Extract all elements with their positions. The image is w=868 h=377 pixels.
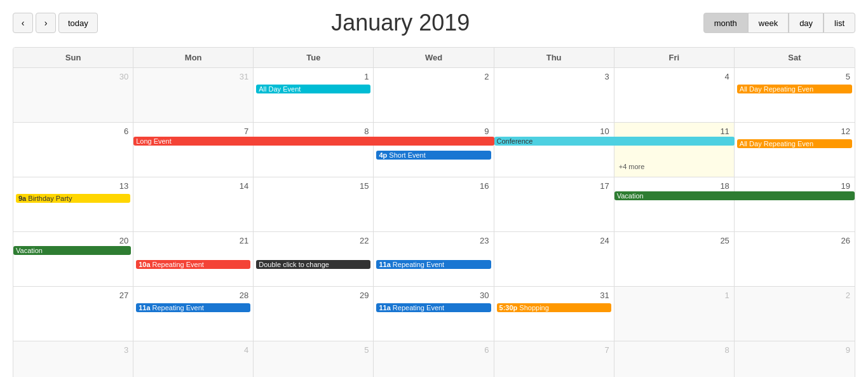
cell-jan-28[interactable]: 28 11a Repeating Event — [133, 287, 254, 341]
shopping-event[interactable]: 5:30p Shopping — [497, 303, 611, 312]
cell-jan-29[interactable]: 29 — [254, 287, 374, 341]
day-number: 2 — [376, 71, 491, 83]
day-number: 2 — [737, 289, 852, 301]
day-number: 19 — [737, 180, 852, 192]
day-number: 30 — [376, 289, 491, 301]
short-event[interactable]: 4p Short Event — [376, 151, 491, 160]
cell-dec-31[interactable]: 31 — [133, 68, 254, 122]
day-number: 17 — [497, 180, 611, 192]
cell-jan-14[interactable]: 14 — [133, 177, 254, 231]
week-view-button[interactable]: week — [748, 13, 789, 33]
all-day-repeating-event-5[interactable]: All Day Repeating Even — [737, 85, 852, 93]
cell-jan-18[interactable]: 18 — [614, 177, 735, 231]
cell-feb-9[interactable]: 9 — [735, 341, 855, 377]
week-row-2-container: 6 7 8 9 4p Short Event 10 — [13, 123, 855, 177]
day-number: 3 — [497, 71, 611, 83]
cell-feb-3[interactable]: 3 — [13, 341, 133, 377]
cell-jan-11[interactable]: 11 +4 more — [614, 123, 735, 177]
week-row-1: 30 31 1 All Day Event 2 3 4 — [13, 68, 855, 123]
birthday-event[interactable]: 9a Birthday Party — [16, 194, 130, 203]
day-number: 1 — [617, 289, 731, 301]
cell-jan-4[interactable]: 4 — [614, 68, 735, 122]
day-number: 5 — [256, 344, 370, 356]
calendar-body: 30 31 1 All Day Event 2 3 4 — [13, 68, 855, 377]
repeating-event-28[interactable]: 11a Repeating Event — [136, 303, 250, 312]
cell-jan-17[interactable]: 17 — [494, 177, 614, 231]
day-number: 3 — [16, 344, 130, 356]
day-number: 8 — [617, 344, 731, 356]
cell-jan-27[interactable]: 27 — [13, 287, 133, 341]
day-number: 12 — [737, 125, 852, 137]
cell-feb-1[interactable]: 1 — [614, 287, 735, 341]
week-row-6: 3 4 5 6 7 8 9 — [13, 341, 855, 377]
day-number: 4 — [136, 344, 250, 356]
cell-jan-9[interactable]: 9 4p Short Event — [374, 123, 494, 177]
repeating-event-30[interactable]: 11a Repeating Event — [376, 303, 491, 312]
week-row-4-container: 20 21 10a Repeating Event 22 Double clic… — [13, 232, 855, 287]
day-number: 18 — [617, 180, 731, 192]
cell-feb-4[interactable]: 4 — [133, 341, 254, 377]
day-number: 22 — [256, 235, 370, 247]
double-click-event[interactable]: Double click to change — [256, 260, 370, 269]
cell-feb-2[interactable]: 2 — [735, 287, 855, 341]
day-number: 25 — [617, 235, 731, 247]
cell-jan-21[interactable]: 21 10a Repeating Event — [133, 232, 254, 286]
cell-jan-6[interactable]: 6 — [13, 123, 133, 177]
prev-button[interactable]: ‹ — [13, 13, 33, 33]
today-button[interactable]: today — [58, 13, 98, 33]
cell-jan-25[interactable]: 25 — [614, 232, 735, 286]
list-view-button[interactable]: list — [824, 13, 855, 33]
header-tue: Tue — [254, 48, 374, 67]
cell-jan-3[interactable]: 3 — [494, 68, 614, 122]
day-number: 13 — [16, 180, 130, 192]
cell-feb-7[interactable]: 7 — [494, 341, 614, 377]
repeating-event-21[interactable]: 10a Repeating Event — [136, 260, 250, 269]
cell-dec-30[interactable]: 30 — [13, 68, 133, 122]
cell-jan-26[interactable]: 26 — [735, 232, 855, 286]
day-number: 24 — [497, 235, 611, 247]
cell-jan-16[interactable]: 16 — [374, 177, 494, 231]
cell-jan-20[interactable]: 20 — [13, 232, 133, 286]
day-number: 16 — [376, 180, 491, 192]
cell-jan-19[interactable]: 19 — [735, 177, 855, 231]
cell-jan-15[interactable]: 15 — [254, 177, 374, 231]
month-view-button[interactable]: month — [703, 13, 748, 33]
calendar-header: ‹ › today January 2019 month week day li… — [13, 6, 855, 39]
day-number: 26 — [737, 235, 852, 247]
cell-jan-2[interactable]: 2 — [374, 68, 494, 122]
header-mon: Mon — [133, 48, 254, 67]
cell-jan-22[interactable]: 22 Double click to change — [254, 232, 374, 286]
day-number: 27 — [16, 289, 130, 301]
cell-jan-31[interactable]: 31 5:30p Shopping — [494, 287, 614, 341]
week-row-5: 27 28 11a Repeating Event 29 30 11a Repe… — [13, 287, 855, 341]
cell-jan-7[interactable]: 7 — [133, 123, 254, 177]
cell-jan-1[interactable]: 1 All Day Event — [254, 68, 374, 122]
day-number: 30 — [16, 71, 130, 83]
more-link[interactable]: +4 more — [617, 162, 731, 171]
cell-jan-24[interactable]: 24 — [494, 232, 614, 286]
nav-buttons: ‹ › today — [13, 13, 98, 33]
day-number: 7 — [136, 125, 250, 137]
header-wed: Wed — [374, 48, 494, 67]
all-day-event[interactable]: All Day Event — [256, 85, 370, 93]
day-number: 28 — [136, 289, 250, 301]
cell-jan-12[interactable]: 12 All Day Repeating Even — [735, 123, 855, 177]
cell-jan-10[interactable]: 10 — [494, 123, 614, 177]
repeating-event-23[interactable]: 11a Repeating Event — [376, 260, 491, 269]
cell-jan-30[interactable]: 30 11a Repeating Event — [374, 287, 494, 341]
cell-jan-8[interactable]: 8 — [254, 123, 374, 177]
day-number: 29 — [256, 289, 370, 301]
all-day-repeating-event-12[interactable]: All Day Repeating Even — [737, 139, 852, 148]
cell-feb-5[interactable]: 5 — [254, 341, 374, 377]
cell-jan-23[interactable]: 23 11a Repeating Event — [374, 232, 494, 286]
day-view-button[interactable]: day — [789, 13, 824, 33]
cell-jan-5[interactable]: 5 All Day Repeating Even — [735, 68, 855, 122]
cell-feb-8[interactable]: 8 — [614, 341, 735, 377]
header-sun: Sun — [13, 48, 133, 67]
day-number: 7 — [497, 344, 611, 356]
cell-feb-6[interactable]: 6 — [374, 341, 494, 377]
next-button[interactable]: › — [36, 13, 56, 33]
cell-jan-13[interactable]: 13 9a Birthday Party — [13, 177, 133, 231]
day-number: 9 — [737, 344, 852, 356]
header-thu: Thu — [494, 48, 614, 67]
